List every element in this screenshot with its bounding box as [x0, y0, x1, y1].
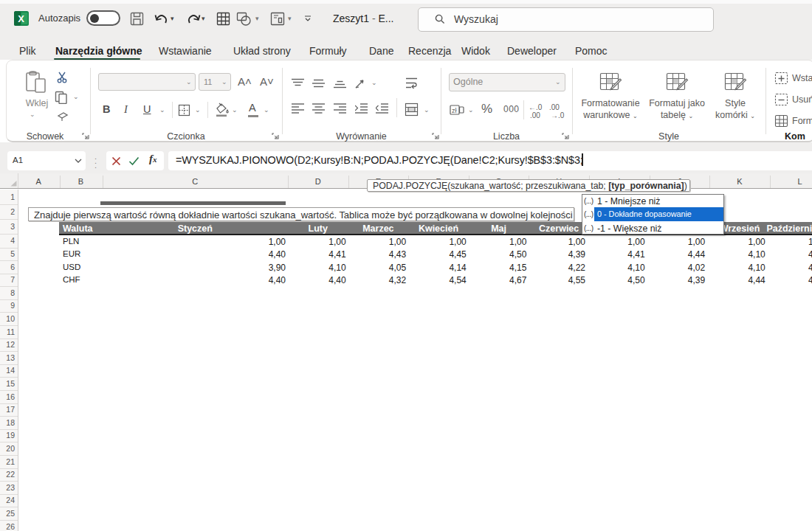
svg-text:X: X [18, 13, 24, 24]
svg-text:zł: zł [452, 107, 457, 114]
